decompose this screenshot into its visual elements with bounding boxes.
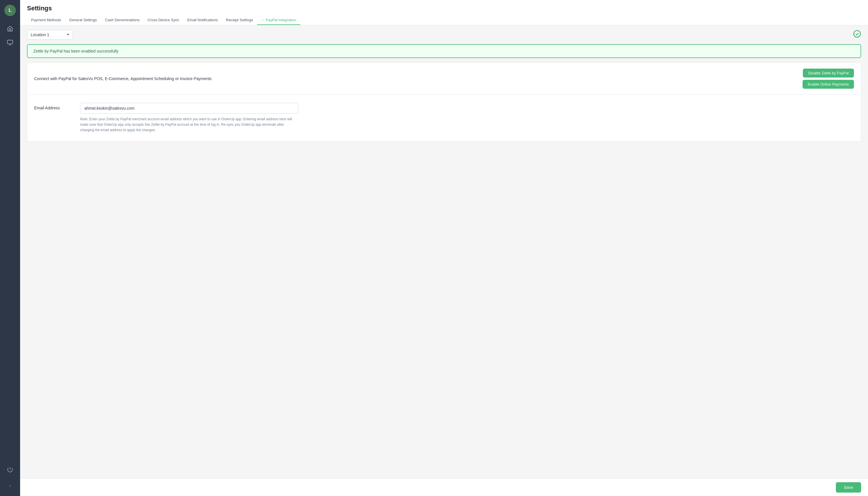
success-message: Zettle by PayPal has been enabled succes… [33, 49, 119, 53]
tab-receipt-settings[interactable]: Receipt Settings [222, 16, 257, 25]
footer-bar: Save [20, 479, 868, 496]
avatar[interactable]: L [4, 4, 16, 16]
sidebar-item-display[interactable] [4, 37, 16, 48]
svg-rect-0 [7, 40, 13, 44]
card-description: Connect with PayPal for SalesVu POS, E-C… [34, 76, 212, 81]
topbar: Settings Payment Methods General Setting… [20, 0, 868, 25]
tab-general-settings[interactable]: General Settings [65, 16, 101, 25]
card-header-row: Connect with PayPal for SalesVu POS, E-C… [27, 63, 861, 95]
email-field-wrap: Note: Enter your Zettle by PayPal mercha… [80, 103, 298, 133]
content-area: Location 1 Location 2 Location 3 Zettle … [20, 25, 868, 479]
tab-payment-methods[interactable]: Payment Methods [27, 16, 65, 25]
paypal-integration-card: Connect with PayPal for SalesVu POS, E-C… [27, 63, 861, 141]
expand-button[interactable]: › [4, 480, 16, 492]
location-select-wrapper: Location 1 Location 2 Location 3 [27, 30, 861, 40]
sidebar: L › [0, 0, 20, 496]
location-select[interactable]: Location 1 Location 2 Location 3 [27, 30, 73, 40]
tab-cash-denominations[interactable]: Cash Denominations [101, 16, 144, 25]
email-label: Email Address [34, 103, 68, 110]
tabs-nav: Payment Methods General Settings Cash De… [27, 16, 861, 25]
svg-point-1 [854, 30, 860, 37]
power-button[interactable] [4, 464, 16, 475]
main-area: Settings Payment Methods General Setting… [20, 0, 868, 496]
email-section: Email Address Note: Enter your Zettle by… [27, 95, 861, 141]
tab-paypal-integration[interactable]: ☆PayPal Integration [257, 16, 300, 25]
enable-online-payments-button[interactable]: Enable Online Payments [803, 80, 854, 89]
email-note: Note: Enter your Zettle by PayPal mercha… [80, 117, 298, 133]
page-title: Settings [27, 4, 861, 12]
tab-cross-device-sync[interactable]: Cross Device Sync [143, 16, 183, 25]
card-actions: Disable Zettle by PayPal Enable Online P… [803, 68, 854, 89]
star-icon: ☆ [261, 18, 265, 22]
email-input[interactable] [80, 103, 298, 114]
success-banner: Zettle by PayPal has been enabled succes… [27, 44, 861, 58]
sidebar-bottom: › [4, 464, 16, 492]
sidebar-item-home[interactable] [4, 23, 16, 34]
disable-zettle-button[interactable]: Disable Zettle by PayPal [803, 68, 854, 78]
save-button[interactable]: Save [836, 482, 861, 493]
check-circle-icon [853, 30, 861, 40]
tab-email-notifications[interactable]: Email Notifications [183, 16, 222, 25]
